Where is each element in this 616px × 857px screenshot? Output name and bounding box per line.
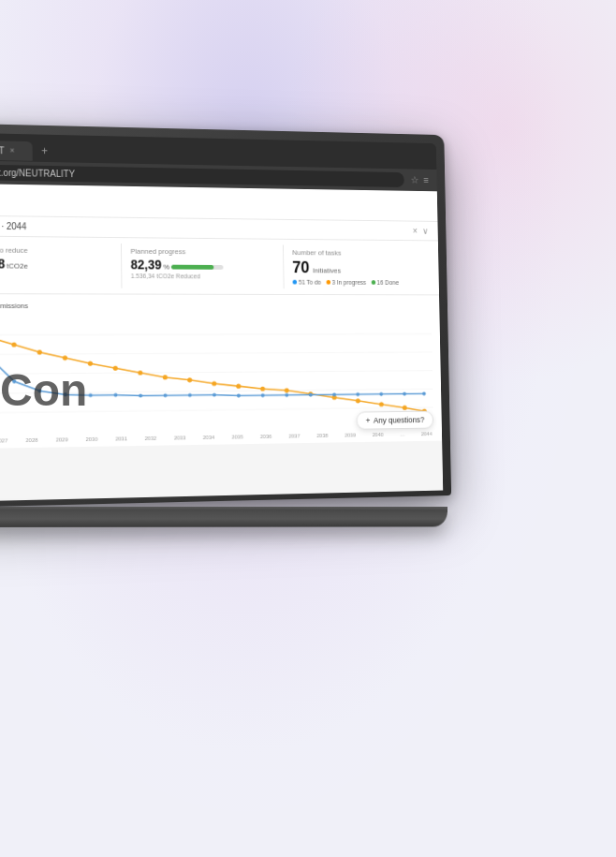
target-bar-icons: × ∨: [413, 226, 429, 235]
svg-point-42: [379, 392, 383, 396]
svg-point-12: [138, 370, 142, 375]
x-label-2036: 2036: [260, 434, 271, 439]
screen-bezel: PLANET × + aplanet.org/NEUTRALITY ☆ ≡ n: [0, 123, 451, 508]
progress-bar-bg: [171, 265, 224, 270]
emissions-value: 1.864,8 tCO2e: [0, 256, 112, 272]
svg-point-8: [37, 350, 42, 355]
svg-point-41: [356, 392, 359, 396]
stat-card-emissions: Emissions to reduce 1.864,8 tCO2e Year 2…: [0, 242, 122, 288]
browser-chrome: PLANET × + aplanet.org/NEUTRALITY ☆ ≡: [0, 132, 437, 191]
address-input[interactable]: aplanet.org/NEUTRALITY: [0, 164, 403, 187]
svg-point-10: [88, 362, 93, 366]
questions-label: Any questions?: [374, 415, 425, 424]
svg-point-23: [403, 406, 407, 410]
x-axis-labels: 2026 2027 2028 2029 2030 2031 2032 2033 …: [0, 431, 433, 444]
svg-point-31: [113, 393, 117, 397]
x-label-2038: 2038: [316, 433, 328, 438]
emissions-label: Emissions to reduce: [0, 245, 112, 255]
x-label-2030: 2030: [86, 436, 98, 442]
progress-percent-symbol: %: [163, 263, 169, 272]
svg-point-32: [139, 393, 142, 397]
todo-dot: [293, 280, 298, 285]
tab-close-button[interactable]: ×: [9, 146, 14, 155]
stat-card-progress: Planned progress 82,39 % 1.536,34 tCO2e …: [122, 244, 285, 288]
x-label-2040: 2040: [373, 432, 384, 437]
x-label-2028: 2028: [25, 437, 37, 443]
progress-percent: 82,39: [131, 258, 162, 273]
screen-content: n ity · 90% · 2044 × ∨ Emissions to redu…: [0, 184, 443, 502]
svg-point-9: [63, 356, 67, 361]
questions-plus-icon: +: [366, 416, 371, 425]
svg-point-22: [379, 402, 384, 406]
menu-icon[interactable]: ≡: [423, 174, 429, 185]
emissions-sub: Year 2044: [0, 272, 112, 279]
x-label-2034: 2034: [203, 435, 214, 440]
in-progress-dot: [326, 280, 330, 285]
svg-point-44: [422, 392, 426, 395]
svg-point-43: [403, 392, 406, 396]
svg-point-11: [113, 366, 118, 371]
task-todo: 51 To do: [293, 279, 322, 286]
svg-point-18: [285, 388, 289, 392]
x-label-2033: 2033: [174, 435, 186, 440]
progress-label: Planned progress: [130, 247, 274, 257]
laptop-base: [0, 510, 447, 527]
browser-icons: ☆ ≡: [410, 174, 429, 185]
chart-legend: Target emissions: [0, 302, 432, 310]
svg-line-0: [0, 333, 432, 334]
target-expand-icon[interactable]: ∨: [422, 226, 428, 235]
target-close-icon[interactable]: ×: [413, 226, 418, 235]
x-label-2041: …: [400, 432, 404, 437]
task-done: 16 Done: [371, 279, 399, 286]
done-dot: [371, 280, 375, 285]
svg-point-34: [188, 393, 192, 397]
svg-point-21: [356, 398, 360, 403]
svg-point-13: [163, 375, 168, 379]
x-label-2035: 2035: [231, 434, 242, 439]
questions-button[interactable]: + Any questions?: [357, 411, 433, 430]
svg-point-33: [164, 393, 168, 397]
tab-title: PLANET: [0, 144, 5, 155]
svg-point-15: [212, 381, 216, 386]
new-tab-button[interactable]: +: [34, 140, 54, 162]
browser-tab-active[interactable]: PLANET ×: [0, 140, 33, 160]
target-label: ity · 90% · 2044: [0, 221, 26, 232]
x-label-2044: 2044: [421, 431, 433, 436]
svg-point-30: [89, 393, 93, 397]
svg-point-7: [11, 342, 16, 347]
svg-line-1: [0, 352, 433, 355]
x-label-2039: 2039: [345, 433, 356, 438]
stats-row: Emissions to reduce 1.864,8 tCO2e Year 2…: [0, 236, 439, 295]
svg-point-16: [236, 384, 241, 389]
x-label-2029: 2029: [56, 436, 68, 442]
x-label-2027: 2027: [0, 437, 7, 443]
tasks-details: 51 To do 3 In progress 16 Done: [293, 279, 432, 286]
laptop-container: PLANET × + aplanet.org/NEUTRALITY ☆ ≡ n: [0, 122, 487, 527]
progress-sub: 1.536,34 tCO2e Reduced: [131, 273, 275, 280]
x-label-2037: 2037: [288, 434, 300, 439]
progress-bar: [171, 265, 224, 270]
svg-point-17: [260, 387, 265, 392]
tasks-value: 70: [292, 259, 309, 277]
svg-point-35: [213, 393, 216, 397]
emissions-unit: tCO2e: [7, 262, 28, 271]
tasks-label: Number of tasks: [292, 248, 431, 258]
legend-target-emissions: Target emissions: [0, 302, 28, 310]
task-in-progress: 3 In progress: [326, 279, 366, 286]
svg-point-36: [237, 393, 241, 397]
svg-point-38: [285, 393, 288, 397]
progress-bar-fill: [171, 265, 214, 270]
x-label-2031: 2031: [115, 436, 127, 441]
stat-card-tasks: Number of tasks 70 Initiatives 51 To do …: [284, 245, 439, 289]
partial-con-text: Con: [0, 364, 87, 416]
bookmark-icon[interactable]: ☆: [410, 174, 418, 185]
tasks-type: Initiatives: [313, 267, 341, 275]
x-label-2032: 2032: [145, 436, 157, 441]
svg-point-37: [261, 393, 265, 397]
svg-point-14: [187, 377, 192, 382]
